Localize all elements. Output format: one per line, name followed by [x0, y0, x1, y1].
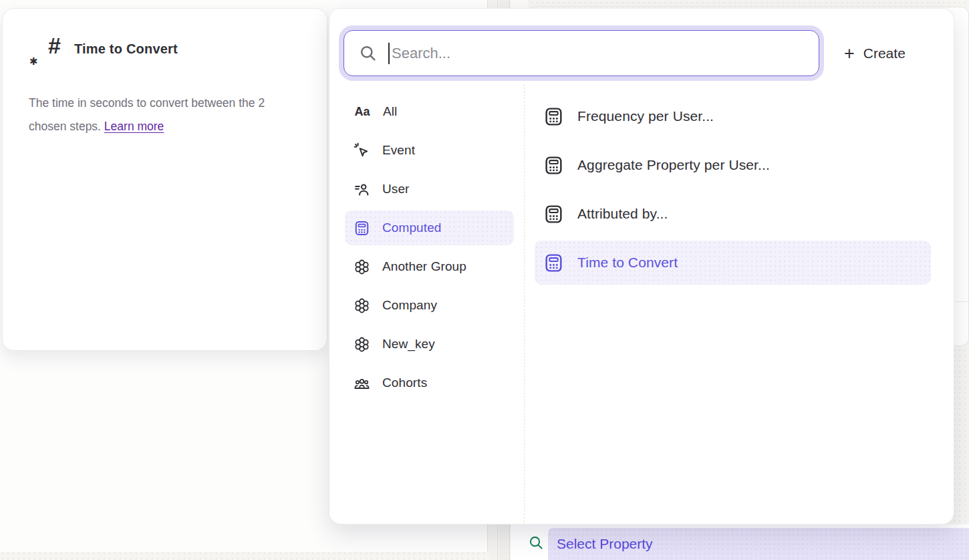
group-icon — [354, 297, 370, 314]
calculator-icon — [354, 220, 370, 237]
search-icon — [528, 535, 544, 551]
text-icon: Aa — [354, 105, 371, 119]
cursor-click-icon — [354, 142, 370, 159]
select-property-row[interactable]: Select Property — [548, 528, 969, 560]
item-time-to-convert[interactable]: Time to Convert — [535, 241, 931, 285]
category-company[interactable]: Company — [345, 288, 514, 323]
search-field[interactable] — [343, 30, 819, 76]
category-computed[interactable]: Computed — [345, 211, 514, 245]
screen: { "tooltip": { "title": "Time to Convert… — [0, 0, 969, 560]
group-icon — [354, 259, 370, 275]
plus-icon: + — [844, 45, 855, 63]
cohorts-icon — [354, 375, 370, 392]
property-selector-popup: + Create Aa All Event User — [329, 8, 954, 525]
user-icon — [354, 181, 370, 198]
category-user[interactable]: User — [345, 172, 514, 206]
create-button[interactable]: + Create — [844, 39, 906, 67]
category-new-key[interactable]: New_key — [345, 327, 514, 362]
category-another-group[interactable]: Another Group — [345, 249, 514, 284]
group-icon — [354, 336, 370, 353]
calculator-icon — [543, 253, 564, 273]
text-caret — [388, 43, 390, 64]
search-input[interactable] — [392, 45, 819, 62]
tooltip-description: The time in seconds to convert between t… — [29, 92, 281, 138]
category-list: Aa All Event User — [345, 94, 514, 404]
category-event[interactable]: Event — [345, 133, 514, 168]
search-icon — [359, 44, 377, 62]
learn-more-link[interactable]: Learn more — [104, 120, 164, 133]
item-frequency-per-user[interactable]: Frequency per User... — [535, 94, 931, 138]
category-cohorts[interactable]: Cohorts — [345, 366, 514, 400]
numeric-property-icon: # ✱ — [29, 35, 60, 69]
property-tooltip-card: # ✱ Time to Convert The time in seconds … — [2, 8, 327, 351]
item-aggregate-property-per-user[interactable]: Aggregate Property per User... — [535, 143, 931, 187]
category-all[interactable]: Aa All — [345, 94, 514, 129]
tooltip-title: Time to Convert — [74, 41, 178, 57]
item-attributed-by[interactable]: Attributed by... — [535, 192, 931, 236]
background-menu-strip: Select Property — [511, 525, 969, 560]
calculator-icon — [543, 204, 564, 225]
calculator-icon — [543, 106, 564, 127]
column-divider — [524, 84, 525, 525]
select-property-label: Select Property — [557, 536, 653, 552]
calculator-icon — [543, 155, 564, 176]
computed-items-list: Frequency per User... Aggregate Property… — [535, 94, 931, 289]
